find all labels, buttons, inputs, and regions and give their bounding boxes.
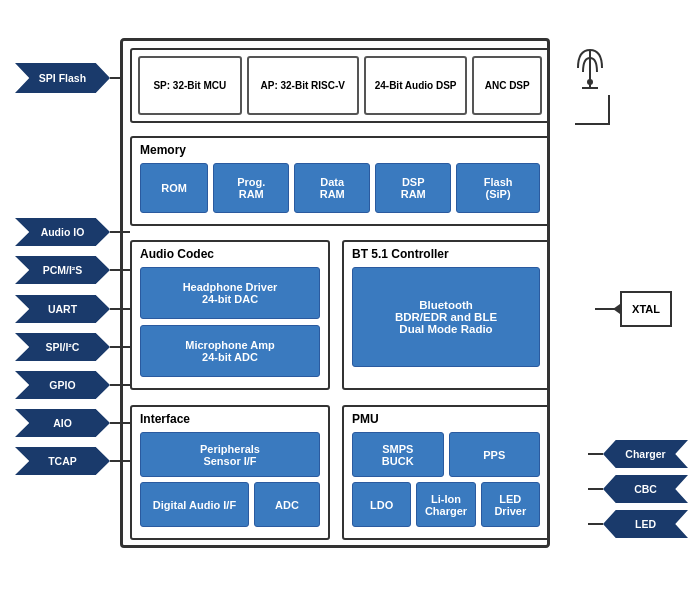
spi-flash-label: SPI Flash xyxy=(15,63,110,93)
dsp-ram-box: DSPRAM xyxy=(375,163,451,213)
interface-title: Interface xyxy=(140,412,320,426)
xtal-box: XTAL xyxy=(620,291,672,327)
led-line xyxy=(588,523,603,525)
ldo-box: LDO xyxy=(352,482,411,527)
pcm-line xyxy=(110,269,130,271)
antenna-line-h xyxy=(575,123,610,125)
uart-line xyxy=(110,308,130,310)
tcap-line xyxy=(110,460,130,462)
audio-codec-section: Audio Codec Headphone Driver24-bit DAC M… xyxy=(130,240,330,390)
peripherals-box: PeripheralsSensor I/F xyxy=(140,432,320,477)
cbc-line xyxy=(588,488,603,490)
anc-dsp-box: ANC DSP xyxy=(472,56,542,115)
memory-title: Memory xyxy=(140,143,540,157)
headphone-driver-box: Headphone Driver24-bit DAC xyxy=(140,267,320,319)
xtal-line xyxy=(595,308,620,310)
pcm-i2s-label: PCM/I²S xyxy=(15,256,110,284)
memory-section: Memory ROM Prog.RAM DataRAM DSPRAM Flash… xyxy=(130,136,550,226)
adc-box: ADC xyxy=(254,482,320,527)
audio-io-label: Audio IO xyxy=(15,218,110,246)
block-diagram: SP: 32-Bit MCU AP: 32-Bit RISC-V 24-Bit … xyxy=(10,8,690,583)
data-ram-box: DataRAM xyxy=(294,163,370,213)
antenna-icon xyxy=(570,40,610,95)
pps-box: PPS xyxy=(449,432,541,477)
aio-label: AIO xyxy=(15,409,110,437)
led-label: LED xyxy=(603,510,688,538)
digital-audio-if-box: Digital Audio I/F xyxy=(140,482,249,527)
bt-title: BT 5.1 Controller xyxy=(352,247,540,261)
microphone-amp-box: Microphone Amp24-bit ADC xyxy=(140,325,320,377)
bluetooth-radio-box: BluetoothBDR/EDR and BLEDual Mode Radio xyxy=(352,267,540,367)
gpio-line xyxy=(110,384,130,386)
processor-row: SP: 32-Bit MCU AP: 32-Bit RISC-V 24-Bit … xyxy=(130,48,550,123)
aio-line xyxy=(110,422,130,424)
audio-codec-title: Audio Codec xyxy=(140,247,320,261)
spi-i2c-label: SPI/I²C xyxy=(15,333,110,361)
sp-mcu-box: SP: 32-Bit MCU xyxy=(138,56,242,115)
tcap-label: TCAP xyxy=(15,447,110,475)
spi-i2c-line xyxy=(110,346,130,348)
li-ion-charger-box: Li-IonCharger xyxy=(416,482,475,527)
audio-dsp-box: 24-Bit Audio DSP xyxy=(364,56,468,115)
spi-flash-line xyxy=(110,77,122,79)
ap-riscv-box: AP: 32-Bit RISC-V xyxy=(247,56,359,115)
gpio-label: GPIO xyxy=(15,371,110,399)
pmu-title: PMU xyxy=(352,412,540,426)
charger-label: Charger xyxy=(603,440,688,468)
prog-ram-box: Prog.RAM xyxy=(213,163,289,213)
interface-section: Interface PeripheralsSensor I/F Digital … xyxy=(130,405,330,540)
led-driver-box: LEDDriver xyxy=(481,482,540,527)
bt-section: BT 5.1 Controller BluetoothBDR/EDR and B… xyxy=(342,240,550,390)
antenna-line-v xyxy=(608,95,610,125)
smps-buck-box: SMPSBUCK xyxy=(352,432,444,477)
flash-sip-box: Flash(SiP) xyxy=(456,163,540,213)
charger-line xyxy=(588,453,603,455)
pmu-section: PMU SMPSBUCK PPS LDO Li-IonCharger LEDDr… xyxy=(342,405,550,540)
rom-box: ROM xyxy=(140,163,208,213)
audio-io-line xyxy=(110,231,130,233)
cbc-label: CBC xyxy=(603,475,688,503)
uart-label: UART xyxy=(15,295,110,323)
